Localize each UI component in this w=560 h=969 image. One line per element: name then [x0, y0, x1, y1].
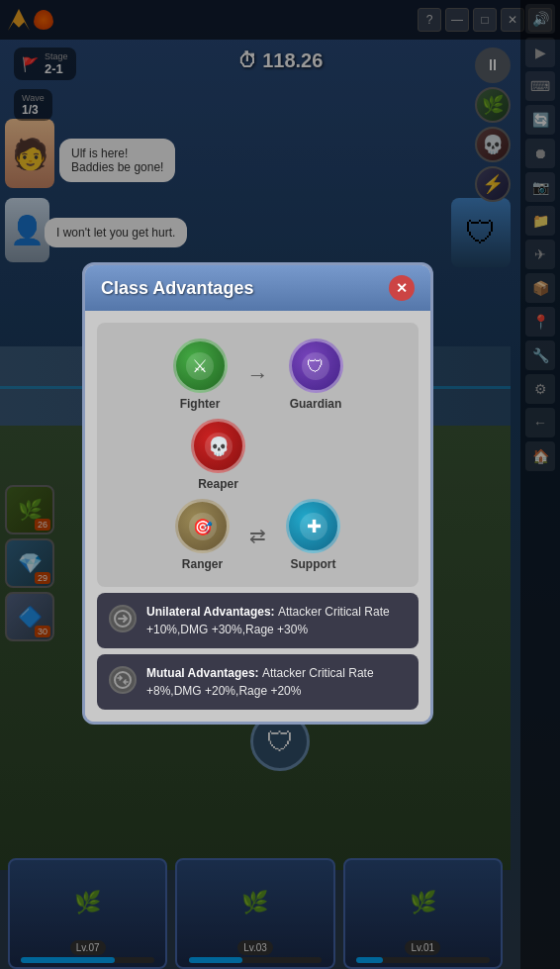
guardian-label: Guardian [290, 397, 342, 411]
support-label: Support [291, 557, 336, 571]
class-row-top: ⚔ Fighter → 🛡 Guardian [173, 339, 343, 411]
unilateral-advantage-box: Unilateral Advantages: Attacker Critical… [97, 593, 419, 648]
arrow-fighter-guardian: → [247, 362, 269, 388]
svg-text:✚: ✚ [306, 517, 321, 536]
reaper-icon: 💀 [191, 419, 245, 473]
unilateral-icon [109, 605, 137, 632]
guardian-icon: 🛡 [289, 339, 343, 393]
arrow-ranger-support: ⇄ [249, 524, 266, 547]
mutual-text: Mutual Advantages: Attacker Critical Rat… [146, 664, 407, 700]
svg-text:⚔: ⚔ [192, 356, 208, 376]
mutual-type: Mutual Advantages: [146, 666, 262, 680]
reaper-label: Reaper [198, 477, 238, 491]
ranger-icon: 🎯 [175, 499, 230, 553]
modal-title: Class Advantages [101, 278, 253, 299]
class-guardian: 🛡 Guardian [289, 339, 343, 411]
class-row-bottom: 🎯 Ranger ⇄ ✚ Support [175, 499, 340, 571]
class-ranger: 🎯 Ranger [175, 499, 230, 571]
modal-body: ⚔ Fighter → 🛡 Guardian [85, 311, 430, 722]
class-reaper: 💀 Reaper [191, 419, 245, 491]
class-support: ✚ Support [286, 499, 340, 571]
class-advantages-modal: Class Advantages ✕ ⚔ Fighter → [82, 262, 433, 725]
mutual-advantage-box: Mutual Advantages: Attacker Critical Rat… [97, 654, 419, 710]
svg-text:🎯: 🎯 [193, 518, 213, 536]
support-icon: ✚ [286, 499, 340, 553]
class-diagram: ⚔ Fighter → 🛡 Guardian [97, 323, 419, 587]
unilateral-type: Unilateral Advantages: [146, 605, 278, 619]
ranger-label: Ranger [182, 557, 223, 571]
modal-close-button[interactable]: ✕ [389, 275, 415, 301]
fighter-label: Fighter [180, 397, 221, 411]
svg-point-11 [115, 672, 131, 688]
modal-header: Class Advantages ✕ [85, 265, 430, 311]
class-fighter: ⚔ Fighter [173, 339, 228, 411]
svg-text:💀: 💀 [208, 436, 231, 457]
unilateral-text: Unilateral Advantages: Attacker Critical… [146, 603, 407, 638]
mutual-icon [109, 666, 137, 694]
fighter-icon: ⚔ [173, 339, 228, 393]
svg-text:🛡: 🛡 [307, 356, 325, 376]
